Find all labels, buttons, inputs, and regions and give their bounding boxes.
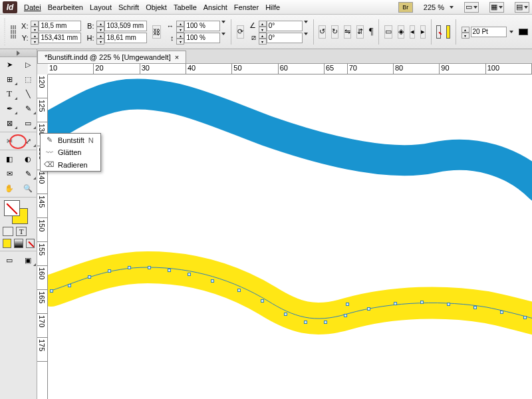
rotate-ccw-button[interactable]: ↺ xyxy=(319,25,326,39)
w-field[interactable]: 103,509 mm xyxy=(104,21,147,31)
rotate-field[interactable]: 0° xyxy=(267,21,303,31)
scaley-icon: ↕ xyxy=(166,34,174,42)
vertical-ruler[interactable]: 120 125 130 135 140 145 150 155 160 165 … xyxy=(37,74,48,399)
note-tool[interactable]: ✉ xyxy=(0,166,19,181)
constrain-icon[interactable]: ⛓ xyxy=(152,25,161,39)
page-tool[interactable]: ⊞ xyxy=(0,72,19,86)
menu-view[interactable]: Ansicht xyxy=(203,3,227,11)
h-field[interactable]: 18,61 mm xyxy=(104,33,147,43)
apply-color-button[interactable] xyxy=(3,239,11,248)
x-field[interactable]: 18,5 mm xyxy=(39,21,81,31)
arrange-button[interactable]: ▦ xyxy=(489,2,504,13)
flyout-item-glaetten[interactable]: 〰 Glätten xyxy=(41,146,100,158)
flip-h-button[interactable]: ⇋ xyxy=(344,25,351,39)
stroke-style[interactable] xyxy=(519,29,529,35)
pencil-tool-flyout: ✎ Buntstift N 〰 Glätten ⌫ Radieren xyxy=(40,133,101,172)
select-container-button[interactable]: ▭ xyxy=(384,25,392,39)
gap-tool[interactable]: ⬚ xyxy=(19,72,37,86)
stroke-swatch[interactable] xyxy=(436,25,441,39)
preview-button[interactable]: ▣ xyxy=(19,253,37,267)
y-field[interactable]: 153,431 mm xyxy=(39,33,81,43)
yellow-brush-stroke[interactable] xyxy=(51,267,532,324)
reference-point[interactable] xyxy=(11,25,16,39)
scaley-field[interactable]: 100 % xyxy=(184,33,220,43)
rectangle-frame-tool[interactable]: ⊠ xyxy=(0,116,19,130)
menu-type[interactable]: Schrift xyxy=(118,3,139,11)
free-transform-tool[interactable]: ⤢ xyxy=(19,134,37,148)
flyout-label: Buntstift xyxy=(58,136,84,144)
close-icon[interactable]: × xyxy=(175,53,179,61)
shear-field[interactable]: 0° xyxy=(267,33,303,43)
menu-file[interactable]: Datei xyxy=(24,3,41,11)
pen-tool[interactable]: ✒ xyxy=(0,101,19,116)
fill-stroke-swatches[interactable] xyxy=(0,199,37,225)
normal-view-button[interactable]: ▭ xyxy=(0,253,19,267)
menu-layout[interactable]: Layout xyxy=(90,3,112,11)
artwork xyxy=(48,74,532,399)
flyout-shortcut: N xyxy=(88,136,94,144)
select-next-button[interactable]: ▸ xyxy=(420,25,426,39)
menu-table[interactable]: Tabelle xyxy=(174,3,197,11)
selection-tool[interactable]: ➤ xyxy=(0,57,19,72)
toolbox-collapse[interactable] xyxy=(0,49,37,57)
menu-help[interactable]: Hilfe xyxy=(265,3,280,11)
rotate-fields: ∠ ▴▾0° ⧄ ▴▾0° xyxy=(249,21,308,43)
screen-mode-button[interactable]: ▭ xyxy=(464,2,479,13)
document-tab-title: *Bunstift.indd @ 225 % [Umgewandelt] xyxy=(45,53,171,61)
menu-bar: Id Datei Bearbeiten Layout Schrift Objek… xyxy=(0,0,532,15)
menu-edit[interactable]: Bearbeiten xyxy=(48,3,83,11)
line-tool[interactable]: ╲ xyxy=(19,86,37,101)
bridge-badge[interactable]: Br xyxy=(398,2,413,13)
w-label: B: xyxy=(86,22,94,30)
menu-window[interactable]: Fenster xyxy=(234,3,259,11)
rotate-cw-button[interactable]: ↻ xyxy=(331,25,338,39)
formatting-container-button[interactable] xyxy=(3,227,13,236)
pencil-icon: ✎ xyxy=(45,136,54,144)
flyout-item-radieren[interactable]: ⌫ Radieren xyxy=(41,158,100,171)
position-fields: X: ▴▾18,5 mm Y: ▴▾153,431 mm xyxy=(21,21,81,43)
shear-icon: ⧄ xyxy=(249,33,256,42)
apply-none-button[interactable] xyxy=(26,239,35,248)
erase-icon: ⌫ xyxy=(45,160,54,169)
horizontal-ruler[interactable]: 10 20 30 40 50 60 65 70 80 90 100 xyxy=(48,64,532,74)
gradient-tool[interactable]: ◧ xyxy=(0,152,19,166)
control-bar: X: ▴▾18,5 mm Y: ▴▾153,431 mm B: ▴▾103,50… xyxy=(0,15,532,49)
document-tab[interactable]: *Bunstift.indd @ 225 % [Umgewandelt] × xyxy=(37,51,186,63)
angle-icon: ∠ xyxy=(249,21,256,30)
pencil-tool[interactable]: ✎ xyxy=(19,101,37,116)
grip-handle[interactable] xyxy=(4,19,5,45)
menu-object[interactable]: Objekt xyxy=(146,3,167,11)
direct-selection-tool[interactable]: ▷ xyxy=(19,57,37,72)
scalex-field[interactable]: 100 % xyxy=(184,21,220,31)
fill-swatch[interactable] xyxy=(446,25,451,39)
flyout-label: Glätten xyxy=(58,148,81,156)
scissors-tool[interactable]: ✂ xyxy=(0,134,19,148)
eyedropper-tool[interactable]: ✎ xyxy=(19,166,37,181)
workspace-button[interactable]: ▤ xyxy=(515,2,529,13)
hand-tool[interactable]: ✋ xyxy=(0,181,19,196)
flyout-label: Radieren xyxy=(58,161,88,169)
paragraph-style-icon[interactable]: ¶ xyxy=(369,27,373,37)
document-tabstrip: *Bunstift.indd @ 225 % [Umgewandelt] × xyxy=(0,49,532,64)
blue-brush-stroke xyxy=(48,94,532,188)
flip-v-button[interactable]: ⇵ xyxy=(356,25,364,39)
toolbox: ➤ ▷ ⊞ ⬚ T ╲ ✒ ✎ ⊠ ▭ ✂ ⤢ ◧ ◐ ✉ ✎ ✋ 🔍 T xyxy=(0,49,37,399)
zoom-field[interactable]: 225 % xyxy=(420,3,454,11)
stroke-weight-field[interactable]: 20 Pt xyxy=(471,27,507,37)
zoom-tool[interactable]: 🔍 xyxy=(19,181,37,196)
x-label: X: xyxy=(21,22,28,30)
gradient-feather-tool[interactable]: ◐ xyxy=(19,152,37,166)
rectangle-tool[interactable]: ▭ xyxy=(19,116,37,130)
apply-gradient-button[interactable] xyxy=(14,239,23,248)
formatting-text-button[interactable]: T xyxy=(16,227,27,236)
h-label: H: xyxy=(86,34,94,42)
select-content-button[interactable]: ◈ xyxy=(398,25,404,39)
canvas[interactable] xyxy=(48,74,532,399)
stroke-weight[interactable]: ▴▾ 20 Pt xyxy=(462,27,513,37)
type-tool[interactable]: T xyxy=(0,86,19,101)
y-label: Y: xyxy=(21,34,28,42)
select-prev-button[interactable]: ◂ xyxy=(410,25,415,39)
scalex-icon: ↔ xyxy=(166,22,174,30)
app-logo: Id xyxy=(3,1,17,13)
flyout-item-buntstift[interactable]: ✎ Buntstift N xyxy=(41,134,100,146)
